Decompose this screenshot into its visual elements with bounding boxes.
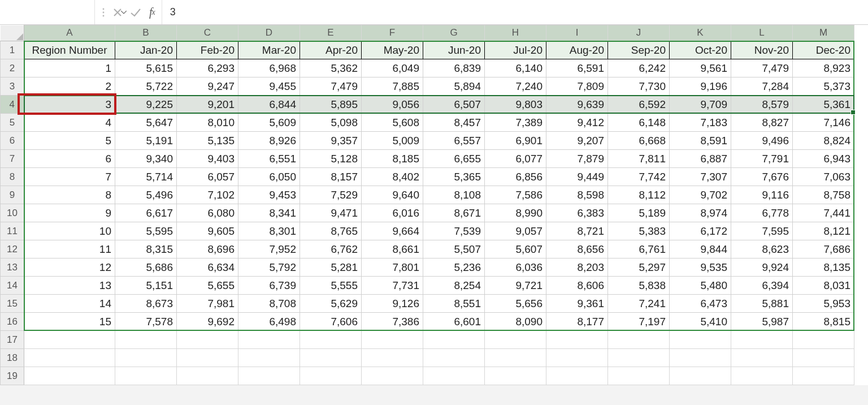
cell-I3[interactable]: 7,809 (546, 77, 608, 96)
cell-G7[interactable]: 6,655 (423, 150, 485, 168)
cell-C18[interactable] (177, 349, 238, 367)
cell-L9[interactable]: 9,116 (731, 186, 793, 204)
cell-F10[interactable]: 6,016 (362, 204, 423, 222)
cell-I14[interactable]: 8,606 (546, 277, 608, 295)
cell-I17[interactable] (546, 331, 608, 349)
cell-A3[interactable]: 2 (24, 77, 115, 96)
cell-L18[interactable] (731, 349, 793, 367)
cell-header-J[interactable]: Sep-20 (608, 41, 670, 59)
cell-K7[interactable]: 6,887 (670, 150, 731, 168)
cell-H17[interactable] (485, 331, 546, 349)
cell-I12[interactable]: 8,656 (546, 240, 608, 258)
cell-L12[interactable]: 8,623 (731, 240, 793, 258)
cell-C17[interactable] (177, 331, 238, 349)
row-header-2[interactable]: 2 (1, 59, 24, 77)
cell-A18[interactable] (24, 349, 115, 367)
cell-I2[interactable]: 6,591 (546, 59, 608, 77)
cell-D11[interactable]: 8,301 (238, 222, 300, 240)
cell-M6[interactable]: 8,824 (793, 132, 854, 150)
cell-F13[interactable]: 7,801 (362, 258, 423, 277)
column-header-L[interactable]: L (731, 25, 793, 41)
cell-F18[interactable] (362, 349, 423, 367)
cell-C15[interactable]: 7,981 (177, 295, 238, 313)
cell-K4[interactable]: 9,709 (670, 96, 731, 114)
cell-L2[interactable]: 7,479 (731, 59, 793, 77)
cell-E11[interactable]: 8,765 (300, 222, 362, 240)
cell-J9[interactable]: 8,112 (608, 186, 670, 204)
cell-H5[interactable]: 7,389 (485, 114, 546, 132)
cell-I11[interactable]: 8,721 (546, 222, 608, 240)
cell-H3[interactable]: 7,240 (485, 77, 546, 96)
cell-header-M[interactable]: Dec-20 (793, 41, 854, 59)
cell-E17[interactable] (300, 331, 362, 349)
cell-I9[interactable]: 8,598 (546, 186, 608, 204)
column-header-I[interactable]: I (546, 25, 608, 41)
cell-M8[interactable]: 7,063 (793, 168, 854, 186)
cell-B13[interactable]: 5,686 (115, 258, 177, 277)
cell-L4[interactable]: 8,579 (731, 96, 793, 114)
cell-K17[interactable] (670, 331, 731, 349)
cell-C12[interactable]: 8,696 (177, 240, 238, 258)
cell-E7[interactable]: 5,128 (300, 150, 362, 168)
cell-C2[interactable]: 6,293 (177, 59, 238, 77)
cell-M10[interactable]: 7,441 (793, 204, 854, 222)
cell-J18[interactable] (608, 349, 670, 367)
cell-K3[interactable]: 9,196 (670, 77, 731, 96)
row-header-8[interactable]: 8 (1, 168, 24, 186)
cell-E16[interactable]: 7,606 (300, 313, 362, 331)
cell-H13[interactable]: 6,036 (485, 258, 546, 277)
cell-B11[interactable]: 5,595 (115, 222, 177, 240)
row-header-12[interactable]: 12 (1, 240, 24, 258)
cell-M14[interactable]: 8,031 (793, 277, 854, 295)
cell-J11[interactable]: 5,383 (608, 222, 670, 240)
cell-header-D[interactable]: Mar-20 (238, 41, 300, 59)
cell-H7[interactable]: 6,077 (485, 150, 546, 168)
cell-A15[interactable]: 14 (24, 295, 115, 313)
cell-I6[interactable]: 9,207 (546, 132, 608, 150)
cell-H16[interactable]: 8,090 (485, 313, 546, 331)
column-header-A[interactable]: A (24, 25, 115, 41)
row-header-13[interactable]: 13 (1, 258, 24, 277)
row-header-10[interactable]: 10 (1, 204, 24, 222)
cell-H11[interactable]: 9,057 (485, 222, 546, 240)
cell-A11[interactable]: 10 (24, 222, 115, 240)
cell-C19[interactable] (177, 367, 238, 385)
cell-E2[interactable]: 5,362 (300, 59, 362, 77)
cell-I16[interactable]: 8,177 (546, 313, 608, 331)
cell-B18[interactable] (115, 349, 177, 367)
cell-E5[interactable]: 5,098 (300, 114, 362, 132)
cell-L7[interactable]: 7,791 (731, 150, 793, 168)
cell-F4[interactable]: 9,056 (362, 96, 423, 114)
cell-A7[interactable]: 6 (24, 150, 115, 168)
column-header-F[interactable]: F (362, 25, 423, 41)
cell-D19[interactable] (238, 367, 300, 385)
row-header-18[interactable]: 18 (1, 349, 24, 367)
cell-header-H[interactable]: Jul-20 (485, 41, 546, 59)
cell-E19[interactable] (300, 367, 362, 385)
cell-M12[interactable]: 7,686 (793, 240, 854, 258)
column-header-B[interactable]: B (115, 25, 177, 41)
cell-I5[interactable]: 9,412 (546, 114, 608, 132)
cell-D13[interactable]: 5,792 (238, 258, 300, 277)
column-header-C[interactable]: C (177, 25, 238, 41)
cell-J4[interactable]: 6,592 (608, 96, 670, 114)
cell-K15[interactable]: 6,473 (670, 295, 731, 313)
cell-G18[interactable] (423, 349, 485, 367)
cell-E8[interactable]: 8,157 (300, 168, 362, 186)
cell-G10[interactable]: 8,671 (423, 204, 485, 222)
cell-C3[interactable]: 9,247 (177, 77, 238, 96)
cell-L6[interactable]: 9,496 (731, 132, 793, 150)
cell-header-B[interactable]: Jan-20 (115, 41, 177, 59)
cell-G9[interactable]: 8,108 (423, 186, 485, 204)
cell-G2[interactable]: 6,839 (423, 59, 485, 77)
cell-H12[interactable]: 5,607 (485, 240, 546, 258)
cell-I13[interactable]: 8,203 (546, 258, 608, 277)
cell-B3[interactable]: 5,722 (115, 77, 177, 96)
cell-I7[interactable]: 7,879 (546, 150, 608, 168)
cell-I18[interactable] (546, 349, 608, 367)
cell-H14[interactable]: 9,721 (485, 277, 546, 295)
cell-M7[interactable]: 6,943 (793, 150, 854, 168)
cell-A6[interactable]: 5 (24, 132, 115, 150)
cell-K9[interactable]: 9,702 (670, 186, 731, 204)
row-header-6[interactable]: 6 (1, 132, 24, 150)
